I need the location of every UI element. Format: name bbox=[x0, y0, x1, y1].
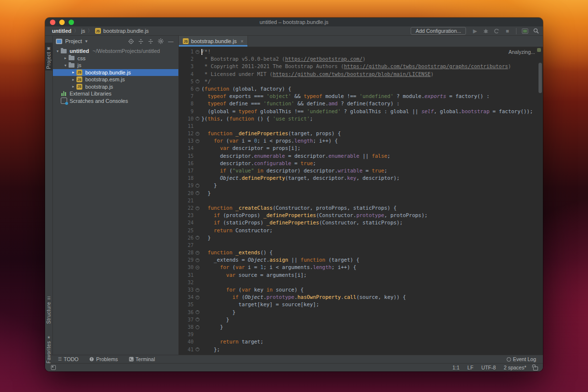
code-line-27[interactable]: 27 bbox=[179, 242, 543, 249]
tree-item-untitled[interactable]: ▾untitled~/WebstormProjects/untitled bbox=[53, 48, 178, 55]
fold-start-icon[interactable]: − bbox=[196, 50, 199, 54]
editor-tab-bootstrap-bundle[interactable]: JS bootstrap.bundle.js × bbox=[179, 36, 248, 47]
chevron-collapsed-icon[interactable]: ▸ bbox=[63, 56, 68, 60]
breadcrumb-file[interactable]: bootstrap.bundle.js bbox=[103, 28, 149, 34]
fold-end-icon[interactable]: ^ bbox=[196, 79, 199, 83]
line-ending-indicator[interactable]: LF bbox=[467, 365, 473, 370]
run-with-coverage-icon[interactable] bbox=[493, 28, 500, 34]
code-line-36[interactable]: 36^ } bbox=[179, 309, 543, 316]
code-line-4[interactable]: 4 * Licensed under MIT (https://github.c… bbox=[179, 71, 543, 78]
caret-position[interactable]: 1:1 bbox=[452, 365, 460, 370]
code-line-11[interactable]: 11 bbox=[179, 122, 543, 130]
chevron-expanded-icon[interactable]: ▾ bbox=[55, 49, 60, 53]
code-line-6[interactable]: 6−(function (global, factory) { bbox=[179, 85, 543, 93]
debug-icon[interactable] bbox=[483, 28, 489, 34]
fold-end-icon[interactable]: ^ bbox=[196, 191, 199, 195]
code-line-12[interactable]: 12− function _defineProperties(target, p… bbox=[179, 130, 543, 137]
tree-item-bootstrap-esm-js[interactable]: ▸JSbootstrap.esm.js bbox=[53, 76, 178, 83]
code-line-25[interactable]: 25 return Constructor; bbox=[179, 227, 543, 234]
chevron-expanded-icon[interactable]: ▾ bbox=[63, 63, 68, 68]
code-line-10[interactable]: 10^}(this, (function () { 'use strict'; bbox=[179, 115, 543, 122]
breadcrumb-folder[interactable]: js bbox=[81, 28, 85, 34]
breadcrumb-project[interactable]: untitled bbox=[52, 28, 72, 34]
event-log-button[interactable]: Event Log bbox=[507, 356, 536, 362]
problems-tool-button[interactable]: Problems bbox=[89, 356, 118, 362]
chevron-collapsed-icon[interactable]: ▸ bbox=[71, 70, 76, 74]
stripe-button-project[interactable]: ▣ Project bbox=[45, 43, 52, 71]
locate-file-icon[interactable] bbox=[128, 39, 134, 44]
collapse-all-icon[interactable] bbox=[148, 39, 153, 44]
code-line-7[interactable]: 7 typeof exports === 'object' && typeof … bbox=[179, 93, 543, 100]
indent-indicator[interactable]: 2 spaces* bbox=[504, 365, 526, 370]
tree-item-external-libraries[interactable]: External Libraries bbox=[53, 90, 178, 98]
code-line-22[interactable]: 22− function _createClass(Constructor, p… bbox=[179, 204, 543, 212]
fold-end-icon[interactable]: ^ bbox=[196, 347, 199, 351]
fold-end-icon[interactable]: ^ bbox=[196, 310, 199, 314]
code-line-16[interactable]: 16 descriptor.configurable = true; bbox=[179, 160, 543, 167]
code-line-19[interactable]: 19^ } bbox=[179, 182, 543, 189]
fold-start-icon[interactable]: − bbox=[196, 288, 199, 292]
code-editor[interactable]: 1−/*!2 * Bootstrap v5.0.0-beta2 (https:/… bbox=[179, 47, 543, 355]
encoding-indicator[interactable]: UTF-8 bbox=[481, 365, 496, 370]
code-line-13[interactable]: 13− for (var i = 0; i < props.length; i+… bbox=[179, 137, 543, 145]
run-icon[interactable]: ▶ bbox=[472, 28, 478, 34]
fold-end-icon[interactable]: ^ bbox=[196, 318, 199, 321]
tree-item-bootstrap-bundle-js[interactable]: ▸JSbootstrap.bundle.js bbox=[53, 69, 178, 76]
code-line-20[interactable]: 20^ } bbox=[179, 190, 543, 197]
add-configuration-button[interactable]: Add Configuration... bbox=[411, 27, 466, 35]
fold-start-icon[interactable]: − bbox=[196, 258, 199, 262]
fold-start-icon[interactable]: − bbox=[196, 139, 199, 143]
fold-start-icon[interactable]: − bbox=[196, 132, 199, 136]
fold-end-icon[interactable]: ^ bbox=[196, 325, 199, 329]
stripe-button-favorites[interactable]: ★ Favorites bbox=[45, 334, 52, 364]
code-line-29[interactable]: 29− _extends = Object.assign || function… bbox=[179, 256, 543, 264]
fold-start-icon[interactable]: − bbox=[196, 206, 199, 210]
code-line-5[interactable]: 5^ */ bbox=[179, 78, 543, 85]
fold-start-icon[interactable]: − bbox=[196, 251, 199, 255]
terminal-window-icon[interactable] bbox=[522, 28, 528, 34]
project-panel-title[interactable]: Project bbox=[65, 38, 82, 44]
code-line-23[interactable]: 23 if (protoProps) _defineProperties(Con… bbox=[179, 212, 543, 219]
inspection-indicator[interactable] bbox=[537, 48, 541, 52]
tree-item-scratches-and-consoles[interactable]: Scratches and Consoles bbox=[53, 98, 178, 105]
titlebar[interactable]: untitled – bootstrap.bundle.js bbox=[45, 18, 543, 26]
code-line-1[interactable]: 1−/*! bbox=[179, 48, 543, 55]
code-line-15[interactable]: 15 descriptor.enumerable = descriptor.en… bbox=[179, 152, 543, 160]
code-line-41[interactable]: 41^ }; bbox=[179, 346, 543, 353]
editor-scrollbar[interactable] bbox=[539, 63, 542, 93]
code-line-31[interactable]: 31 var source = arguments[i]; bbox=[179, 271, 543, 279]
code-line-14[interactable]: 14 var descriptor = props[i]; bbox=[179, 145, 543, 152]
code-line-32[interactable]: 32 bbox=[179, 279, 543, 286]
close-tab-icon[interactable]: × bbox=[241, 39, 244, 44]
code-line-21[interactable]: 21 bbox=[179, 197, 543, 204]
gear-icon[interactable] bbox=[158, 38, 164, 44]
chevron-collapsed-icon[interactable]: ▸ bbox=[71, 77, 76, 82]
unlocked-padlock-icon[interactable] bbox=[533, 367, 538, 370]
tool-window-switcher-icon[interactable] bbox=[51, 365, 56, 370]
code-line-28[interactable]: 28− function _extends() { bbox=[179, 249, 543, 256]
fold-start-icon[interactable]: − bbox=[196, 266, 199, 270]
fold-start-icon[interactable]: − bbox=[196, 87, 199, 91]
fold-start-icon[interactable]: − bbox=[196, 295, 199, 299]
code-line-17[interactable]: 17 if ("value" in descriptor) descriptor… bbox=[179, 167, 543, 174]
code-line-3[interactable]: 3 * Copyright 2011-2021 The Bootstrap Au… bbox=[179, 63, 543, 70]
tree-item-css[interactable]: ▸css bbox=[53, 55, 178, 62]
code-line-8[interactable]: 8 typeof define === 'function' && define… bbox=[179, 100, 543, 107]
code-line-35[interactable]: 35 target[key] = source[key]; bbox=[179, 301, 543, 308]
code-line-24[interactable]: 24 if (staticProps) _defineProperties(Co… bbox=[179, 219, 543, 226]
fold-end-icon[interactable]: ^ bbox=[196, 117, 199, 121]
close-window-button[interactable] bbox=[50, 20, 55, 25]
code-line-30[interactable]: 30− for (var i = 1; i < arguments.length… bbox=[179, 264, 543, 271]
chevron-down-icon[interactable]: ▼ bbox=[84, 39, 88, 44]
search-everywhere-icon[interactable] bbox=[533, 28, 539, 34]
tree-item-bootstrap-js[interactable]: ▸JSbootstrap.js bbox=[53, 83, 178, 91]
minimize-window-button[interactable] bbox=[59, 20, 65, 25]
chevron-collapsed-icon[interactable]: ▸ bbox=[71, 84, 76, 89]
stripe-button-structure[interactable]: ☰ Structure bbox=[45, 294, 52, 324]
tree-item-js[interactable]: ▾js bbox=[53, 62, 178, 69]
todo-tool-button[interactable]: ☰ TODO bbox=[58, 356, 78, 362]
code-line-2[interactable]: 2 * Bootstrap v5.0.0-beta2 (https://getb… bbox=[179, 55, 543, 63]
code-line-9[interactable]: 9 (global = typeof globalThis !== 'undef… bbox=[179, 108, 543, 115]
fold-end-icon[interactable]: ^ bbox=[196, 236, 199, 240]
code-line-39[interactable]: 39 bbox=[179, 331, 543, 338]
